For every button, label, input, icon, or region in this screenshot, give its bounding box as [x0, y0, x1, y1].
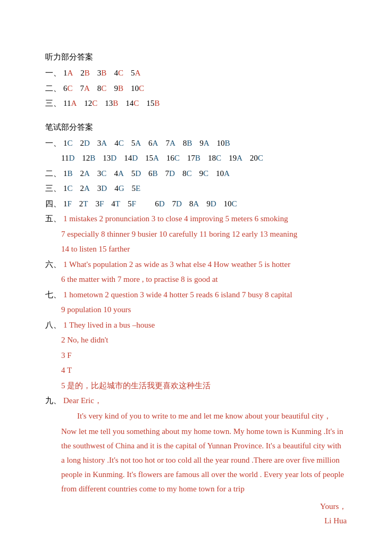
written-label-8: 八、 [45, 319, 61, 332]
w1-6: 6A [148, 137, 158, 151]
w2-8: 8C [182, 167, 192, 181]
w7-row1: 1 hometown 2 question 3 wide 4 hotter 5 … [63, 288, 292, 302]
written-part6-row1: 六、 1 What's population 2 as wide as 3 wh… [45, 258, 347, 272]
written-part5-row2: 7 especially 8 thinner 9 busier 10 caref… [61, 228, 347, 241]
w8-row1: 1 They lived in a bus –house [63, 319, 155, 332]
w1-20: 20C [250, 152, 263, 165]
written-label-3: 三、 [45, 182, 61, 196]
l3-11: 11A [63, 97, 77, 111]
l3-13: 13B [105, 97, 118, 111]
w8-row2: 2 No, he didn't [61, 333, 109, 347]
listening-row-2: 二、 6C 7A 8C 9B 10C [45, 82, 347, 96]
w1-16: 16C [166, 152, 180, 165]
w2-10: 10A [216, 167, 230, 181]
w7-row2: 9 population 10 yours [61, 303, 131, 317]
w1-2: 2D [80, 137, 90, 151]
written-part8-row1: 八、 1 They lived in a bus –house [45, 319, 347, 332]
written-part1-row1: 一、 1C 2D 3A 4C 5A 6A 7A 8B 9A 10B [45, 137, 347, 151]
written-part7-row1: 七、 1 hometown 2 question 3 wide 4 hotter… [45, 288, 347, 302]
written-label-5: 五、 [45, 212, 61, 226]
written-part5-row1: 五、 1 mistakes 2 pronunciation 3 to close… [45, 212, 347, 226]
w1-7: 7A [165, 137, 175, 151]
written-part3-row: 三、 1C 2A 3D 4G 5E [45, 182, 347, 196]
w8-row5: 5 是的，比起城市的生活我更喜欢这种生活 [61, 379, 211, 393]
written-part9: 九、 Dear Eric， It's very kind of you to w… [45, 394, 347, 528]
l2-10: 10C [131, 82, 144, 96]
w6-row2: 6 the matter with 7 more , to practise 8… [61, 273, 218, 287]
written-part1-row2: 11D 12B 13D 14D 15A 16C 17B 18C 19A 20C [61, 152, 347, 165]
written-label-7: 七、 [45, 288, 61, 302]
w4-space [144, 197, 149, 211]
w1-19: 19A [229, 152, 243, 165]
w3-3: 3D [97, 182, 107, 196]
w4-7: 7D [172, 197, 181, 211]
written-title: 笔试部分答案 [45, 122, 347, 132]
w9-closing: Yours， [45, 499, 347, 514]
l2-9: 9B [114, 82, 123, 96]
w4-10: 10C [224, 197, 237, 211]
l2-8: 8C [97, 82, 107, 96]
w4-2: 2T [79, 197, 88, 211]
written-part9-body: Now let me tell you something about my h… [61, 424, 347, 496]
w3-4: 4G [114, 182, 124, 196]
written-part9-salutation-line: 九、 Dear Eric， [45, 394, 347, 408]
w4-6: 6D [155, 197, 164, 211]
written-part8-row5: 5 是的，比起城市的生活我更喜欢这种生活 [61, 379, 347, 393]
w4-8: 8A [189, 197, 199, 211]
l1-1: 1A [63, 66, 73, 80]
w2-3: 3C [97, 167, 107, 181]
w1-15: 15A [145, 152, 159, 165]
w1-3: 3A [97, 137, 107, 151]
written-part7-row2: 9 population 10 yours [61, 303, 347, 317]
w1-13: 13D [103, 152, 116, 165]
w1-17: 17B [187, 152, 201, 165]
w1-10: 10B [217, 137, 230, 151]
w1-18: 18C [208, 152, 221, 165]
l2-7: 7A [80, 82, 90, 96]
w1-11: 11D [61, 152, 74, 165]
w3-5: 5E [132, 182, 141, 196]
w1-8: 8B [183, 137, 193, 151]
written-part9-indent-line: It's very kind of you to write to me and… [77, 410, 347, 423]
w9-body: Now let me tell you something about my h… [61, 427, 344, 493]
w5-row2: 7 especially 8 thinner 9 busier 10 caref… [61, 228, 297, 241]
listening-section: 听力部分答案 一、 1A 2B 3B 4C 5A 二、 6C 7A 8C 9B … [45, 52, 347, 111]
w4-1: 1F [63, 197, 72, 211]
w2-7: 7D [165, 167, 175, 181]
w2-1: 1B [63, 167, 73, 181]
w9-indent: It's very kind of you to write to me and… [77, 410, 331, 423]
written-label-9: 九、 [45, 394, 61, 408]
w4-9: 9D [206, 197, 216, 211]
written-section: 笔试部分答案 一、 1C 2D 3A 4C 5A 6A 7A 8B 9A 10B… [45, 122, 347, 529]
l3-14: 14C [126, 97, 139, 111]
written-part6-row2: 6 the matter with 7 more , to practise 8… [61, 273, 347, 287]
w4-3: 3F [96, 197, 104, 211]
w2-5: 5D [131, 167, 141, 181]
written-label-2: 二、 [45, 167, 61, 181]
w3-1: 1C [63, 182, 73, 196]
w4-5: 5F [128, 197, 136, 211]
l1-4: 4C [114, 66, 123, 80]
written-part4-row: 四、 1F 2T 3F 4T 5F 6D 7D 8A 9D 10C [45, 197, 347, 211]
written-part5-row3: 14 to listen 15 farther [61, 243, 347, 256]
w5-row1: 1 mistakes 2 pronunciation 3 to close 4 … [63, 212, 288, 226]
l2-6: 6C [63, 82, 73, 96]
w1-5: 5A [131, 137, 141, 151]
written-part8-row2: 2 No, he didn't [61, 333, 347, 347]
w5-row3: 14 to listen 15 farther [61, 243, 130, 256]
w1-14: 14D [124, 152, 138, 165]
written-part9-closing: Yours， Li Hua [45, 499, 347, 528]
l1-3: 3B [97, 66, 107, 80]
written-part2-row: 二、 1B 2A 3C 4A 5D 6B 7D 8C 9C 10A [45, 167, 347, 181]
l1-2: 2B [80, 66, 90, 80]
w2-6: 6B [148, 167, 158, 181]
l3-15: 15B [146, 97, 160, 111]
w8-row4: 4 T [61, 364, 72, 378]
listening-label-2: 二、 [45, 82, 61, 96]
listening-row-1: 一、 1A 2B 3B 4C 5A [45, 66, 347, 80]
listening-label-3: 三、 [45, 97, 61, 111]
w1-12: 12B [82, 152, 95, 165]
w1-9: 9A [199, 137, 209, 151]
written-part8-row4: 4 T [61, 364, 347, 378]
written-label-6: 六、 [45, 258, 61, 272]
